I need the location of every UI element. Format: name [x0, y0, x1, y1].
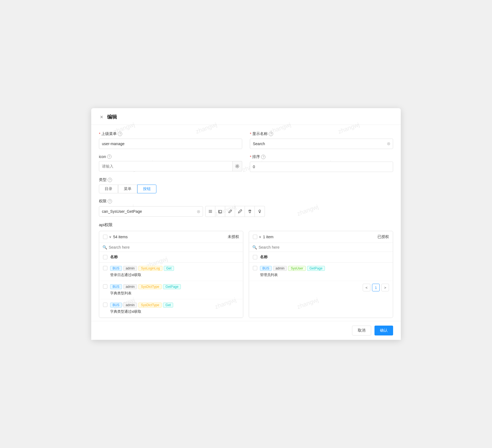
permission-input[interactable] [99, 206, 203, 217]
search-icon-right: 🔍 [252, 245, 257, 249]
type-btn-directory[interactable]: 目录 [99, 185, 118, 193]
api-left-item-1: BUS admin SysDictType GetPage 字典类型列表 [99, 281, 243, 299]
api-left-select-all-checkbox[interactable] [103, 235, 107, 239]
icon-group: icon ? [99, 154, 242, 172]
pencil-icon [238, 209, 242, 214]
api-left-panel-tag: 未授权 [228, 234, 239, 239]
icon-input[interactable] [99, 161, 233, 171]
api-left-count: 54 items [113, 235, 128, 239]
permission-help-icon[interactable]: ? [108, 199, 112, 203]
type-btn-button[interactable]: 按钮 [137, 185, 156, 193]
api-left-header-checkbox[interactable] [103, 255, 107, 259]
tag-admin-r0: admin [273, 266, 287, 271]
api-panel-header-left: ∨ 54 items 未授权 [99, 231, 243, 243]
tag-getpage-r0: GetPage [307, 266, 325, 271]
icon-settings-btn[interactable] [233, 161, 242, 171]
modal-header: × 编辑 [91, 108, 401, 125]
type-btn-menu[interactable]: 菜单 [118, 185, 137, 193]
edit-modal: zhangwj zhangwj zhangwj zhangwj zhangwj … [91, 108, 401, 340]
tag-bus-1: BUS [110, 284, 122, 289]
api-right-item-0-tags: BUS admin SysUser GetPage [260, 266, 325, 271]
tag-get: Get [164, 266, 174, 271]
perm-copy-icon-btn[interactable] [215, 206, 225, 217]
display-name-input[interactable] [250, 139, 393, 149]
api-left-item-2: BUS admin SysDictType Get 字典类型通过id获取 [99, 299, 243, 318]
api-panel-authorized: ∨ 1 item 已授权 🔍 名称 [249, 231, 393, 318]
api-left-item-0-checkbox[interactable] [103, 266, 107, 270]
panel-header-left-content: ∨ 54 items [103, 235, 225, 239]
gear-icon [235, 164, 239, 168]
pagination-next-btn[interactable]: > [381, 284, 389, 291]
modal-body: * 上级菜单 ? * 显示名称 ? ⊗ [91, 125, 401, 340]
pagination-page-1-btn[interactable]: 1 [372, 284, 380, 291]
api-right-count: 1 item [263, 235, 273, 239]
api-left-chevron-icon[interactable]: ∨ [109, 235, 111, 239]
permission-label: 权限 ? [99, 199, 393, 204]
api-panel-unauthorized: ∨ 54 items 未授权 🔍 名称 [99, 231, 243, 318]
api-left-list: BUS admin SysLoginLog Get 登录日志通过id获取 [99, 263, 243, 318]
parent-menu-help-icon[interactable]: ? [118, 132, 122, 136]
api-panels: ∨ 54 items 未授权 🔍 名称 [99, 231, 393, 318]
api-right-item-0-name: 管理员列表 [260, 272, 325, 277]
tag-bus-2: BUS [110, 303, 122, 308]
perm-edit-icon-btn[interactable] [225, 206, 235, 217]
api-right-table-header: 名称 [249, 252, 393, 263]
display-name-label: * 显示名称 ? [250, 131, 393, 136]
search-icon-left: 🔍 [102, 245, 107, 249]
tag-bus-r0: BUS [260, 266, 272, 271]
svg-point-5 [259, 210, 261, 212]
icon-label: icon ? [99, 154, 242, 159]
tag-admin: admin [123, 266, 137, 271]
pagination-prev-btn[interactable]: < [363, 284, 370, 291]
api-label: api权限 [99, 222, 393, 228]
svg-rect-4 [219, 210, 222, 213]
icon-help-icon[interactable]: ? [107, 154, 111, 159]
perm-list-icon-btn[interactable] [205, 206, 215, 217]
perm-bulb-icon-btn[interactable] [255, 206, 265, 217]
display-name-clear-btn[interactable]: ⊗ [387, 142, 390, 146]
tag-sysdicttype-1: SysDictType [138, 284, 162, 289]
api-section: api权限 ∨ 54 items 未授权 🔍 [99, 222, 393, 318]
api-left-search-input[interactable] [109, 245, 240, 249]
sort-input[interactable] [250, 162, 393, 172]
api-right-item-0-checkbox[interactable] [253, 266, 257, 270]
api-right-search-box: 🔍 [249, 243, 393, 252]
required-star-2: * [250, 132, 251, 136]
api-left-item-2-content: BUS admin SysDictType Get 字典类型通过id获取 [110, 303, 173, 314]
icon-input-group [99, 161, 242, 171]
api-left-item-0-tags: BUS admin SysLoginLog Get [110, 266, 174, 271]
permission-clear-btn[interactable]: ⊗ [197, 209, 200, 214]
perm-icon-buttons [205, 206, 265, 217]
perm-delete-icon-btn[interactable] [245, 206, 255, 217]
api-left-item-0: BUS admin SysLoginLog Get 登录日志通过id获取 [99, 263, 243, 281]
api-right-col-name: 名称 [260, 255, 268, 260]
api-right-select-all-checkbox[interactable] [253, 235, 257, 239]
permission-input-wrapper: ⊗ [99, 206, 203, 217]
api-right-search-input[interactable] [259, 245, 390, 249]
tag-sysdicttype-2: SysDictType [138, 303, 162, 308]
perm-pencil-icon-btn[interactable] [235, 206, 245, 217]
api-right-chevron-icon[interactable]: ∨ [259, 235, 261, 239]
api-left-item-2-checkbox[interactable] [103, 303, 107, 307]
permission-row: ⊗ [99, 206, 393, 217]
modal-footer: 取消 确认 [91, 321, 401, 340]
tag-admin-1: admin [123, 284, 137, 289]
api-left-item-1-tags: BUS admin SysDictType GetPage [110, 284, 181, 289]
bulb-icon [258, 209, 262, 214]
cancel-button[interactable]: 取消 [352, 326, 371, 335]
api-left-item-1-checkbox[interactable] [103, 284, 107, 289]
tag-sysloginlog: SysLoginLog [138, 266, 162, 271]
sort-help-icon[interactable]: ? [261, 155, 265, 159]
close-button[interactable]: × [99, 114, 104, 120]
api-right-header-checkbox[interactable] [253, 255, 257, 259]
tag-get-2: Get [163, 303, 173, 308]
form-row-1: * 上级菜单 ? * 显示名称 ? ⊗ [99, 131, 393, 149]
parent-menu-input[interactable] [99, 139, 242, 149]
type-section: 类型 ? 目录 菜单 按钮 [99, 177, 393, 193]
tag-bus: BUS [110, 266, 122, 271]
tag-getpage-1: GetPage [163, 284, 181, 289]
display-name-help-icon[interactable]: ? [269, 132, 273, 136]
modal-title: 编辑 [107, 114, 117, 120]
confirm-button[interactable]: 确认 [374, 326, 393, 335]
type-help-icon[interactable]: ? [108, 178, 112, 182]
